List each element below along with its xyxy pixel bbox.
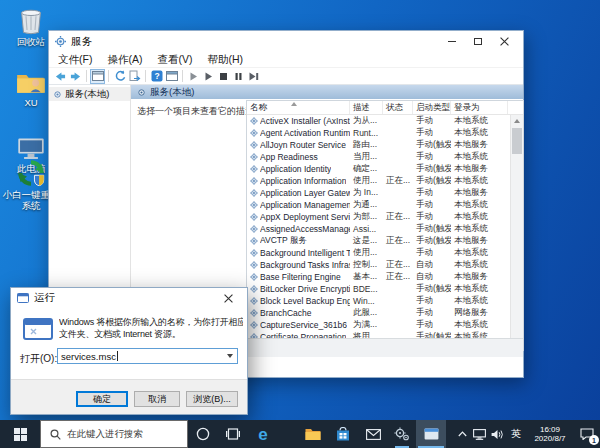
menu-bar: 文件(F) 操作(A) 查看(V) 帮助(H)	[49, 52, 523, 67]
export-list-button[interactable]	[127, 69, 142, 84]
tree-item-services-local[interactable]: 服务(本地)	[49, 87, 130, 101]
service-description-cell: 使用...	[350, 175, 383, 187]
service-description-cell: 当用...	[350, 151, 383, 163]
stop-service-button[interactable]	[216, 69, 231, 84]
service-row[interactable]: ActiveX Installer (AxInstSV) 为从... 手动 本地…	[247, 115, 510, 127]
action-center-button[interactable]: 1	[574, 420, 600, 448]
file-explorer-button[interactable]	[298, 420, 328, 448]
services-banner-icon	[137, 88, 146, 97]
service-name-cell: Application Management	[247, 200, 350, 210]
back-button[interactable]	[53, 69, 68, 84]
service-row[interactable]: App Readiness 当用... 手动 本地系统	[247, 151, 510, 163]
service-row[interactable]: AppX Deployment Servic... 为部... 正在... 手动…	[247, 211, 510, 223]
menu-view[interactable]: 查看(V)	[157, 53, 192, 67]
banner-label: 服务(本地)	[150, 86, 194, 99]
service-row[interactable]: Base Filtering Engine 基本... 正在... 自动 本地服…	[247, 271, 510, 283]
combo-dropdown-icon[interactable]	[227, 354, 233, 358]
service-row[interactable]: BitLocker Drive Encryptio... BDE... 手动(触…	[247, 283, 510, 295]
service-row[interactable]: BranchCache 此服... 手动 网络服务	[247, 307, 510, 319]
service-gear-icon	[250, 129, 258, 137]
edge-button[interactable]: e	[248, 420, 278, 448]
help-button[interactable]: ?	[149, 69, 164, 84]
volume-tray-button[interactable]	[488, 429, 506, 440]
service-logon-cell: 本地服务	[451, 187, 508, 199]
menu-file[interactable]: 文件(F)	[58, 53, 92, 67]
task-view-button[interactable]	[218, 420, 248, 448]
svg-text:?: ?	[154, 71, 159, 81]
service-logon-cell: 本地系统	[451, 295, 508, 307]
run-app-icon	[17, 293, 29, 303]
service-row[interactable]: Application Layer Gatewa... 为 In... 手动 本…	[247, 187, 510, 199]
start-button[interactable]	[0, 420, 40, 448]
column-header-logon-as[interactable]: 登录为	[451, 101, 508, 114]
service-name-cell: Background Tasks Infras...	[247, 260, 350, 270]
cortana-button[interactable]	[188, 420, 218, 448]
ime-indicator[interactable]: 英	[506, 427, 526, 441]
service-row[interactable]: Application Identity 确定... 手动(触发... 本地服务	[247, 163, 510, 175]
service-row[interactable]: Agent Activation Runtime... Runt... 手动 本…	[247, 127, 510, 139]
column-header-status[interactable]: 状态	[383, 101, 413, 114]
service-gear-icon	[250, 249, 258, 257]
service-logon-cell: 本地系统	[451, 115, 508, 127]
service-logon-cell: 本地系统	[451, 211, 508, 223]
run-command-value: services.msc	[61, 351, 116, 362]
pause-service-button[interactable]	[231, 69, 246, 84]
taskbar-search-box[interactable]: 在此键入进行搜索	[40, 420, 188, 448]
services-taskbar-button[interactable]	[388, 420, 416, 448]
service-row[interactable]: Application Information 使用... 正在... 手动(触…	[247, 175, 510, 187]
run-taskbar-button[interactable]	[416, 420, 446, 448]
ok-button[interactable]: 确定	[76, 391, 128, 407]
clock[interactable]: 16:09 2020/8/7	[526, 425, 574, 444]
back-icon	[55, 71, 66, 82]
store-button[interactable]	[328, 420, 358, 448]
service-startup-type-cell: 手动	[413, 187, 451, 199]
column-header-description[interactable]: 描述	[350, 101, 383, 114]
resume-service-button[interactable]	[201, 69, 216, 84]
cancel-button[interactable]: 取消	[134, 391, 180, 407]
service-description-cell: 为从...	[350, 115, 383, 127]
forward-icon	[70, 71, 81, 82]
menu-help[interactable]: 帮助(H)	[207, 53, 243, 67]
service-row[interactable]: Application Management 为通... 手动 本地系统	[247, 199, 510, 211]
store-icon	[336, 427, 350, 441]
show-console-tree-button[interactable]	[90, 69, 105, 84]
scrollbar-thumb[interactable]	[512, 128, 522, 154]
service-logon-cell: 本地服务	[451, 271, 508, 283]
run-program-icon	[23, 318, 53, 340]
restart-service-button[interactable]	[246, 69, 261, 84]
properties-button[interactable]	[164, 69, 179, 84]
service-gear-icon	[250, 321, 258, 329]
minimize-button[interactable]	[439, 34, 465, 49]
service-row[interactable]: AllJoyn Router Service 路由... 手动(触发... 本地…	[247, 139, 510, 151]
column-header-startup-type[interactable]: 启动类型	[413, 101, 451, 114]
run-command-input[interactable]: services.msc	[57, 348, 238, 364]
tree-item-label: 服务(本地)	[65, 88, 109, 101]
close-button[interactable]	[491, 34, 517, 49]
list-scrollbar[interactable]	[510, 115, 523, 350]
run-close-button[interactable]	[215, 291, 241, 306]
service-row[interactable]: AssignedAccessManager... Assi... 手动(触发..…	[247, 223, 510, 235]
description-hint: 选择一个项目来查看它的描述。	[137, 105, 263, 118]
service-row[interactable]: CaptureService_361b6 为满... 手动 本地系统	[247, 319, 510, 331]
forward-button[interactable]	[68, 69, 83, 84]
refresh-button[interactable]	[112, 69, 127, 84]
service-startup-type-cell: 手动	[413, 295, 451, 307]
mail-button[interactable]	[358, 420, 388, 448]
scroll-up-icon[interactable]	[514, 119, 520, 123]
service-name-cell: Block Level Backup Engi...	[247, 296, 350, 306]
network-icon	[473, 429, 486, 440]
maximize-button[interactable]	[465, 34, 491, 49]
browse-button[interactable]: 浏览(B)...	[186, 391, 238, 407]
tray-overflow-button[interactable]	[455, 431, 470, 437]
column-header-name[interactable]: 名称	[247, 101, 350, 114]
menu-action[interactable]: 操作(A)	[107, 53, 142, 67]
service-status-cell: 正在...	[383, 235, 413, 247]
service-name-cell: Base Filtering Engine	[247, 272, 350, 282]
start-service-button[interactable]	[186, 69, 201, 84]
service-row[interactable]: AVCTP 服务 这是... 正在... 手动(触发... 本地服务	[247, 235, 510, 247]
service-row[interactable]: Block Level Backup Engi... Win... 手动 本地系…	[247, 295, 510, 307]
service-row[interactable]: Background Intelligent T... 使用... 手动 本地系…	[247, 247, 510, 259]
network-tray-button[interactable]	[470, 429, 488, 440]
service-name-cell: App Readiness	[247, 152, 350, 162]
service-row[interactable]: Background Tasks Infras... 控制... 正在... 自…	[247, 259, 510, 271]
